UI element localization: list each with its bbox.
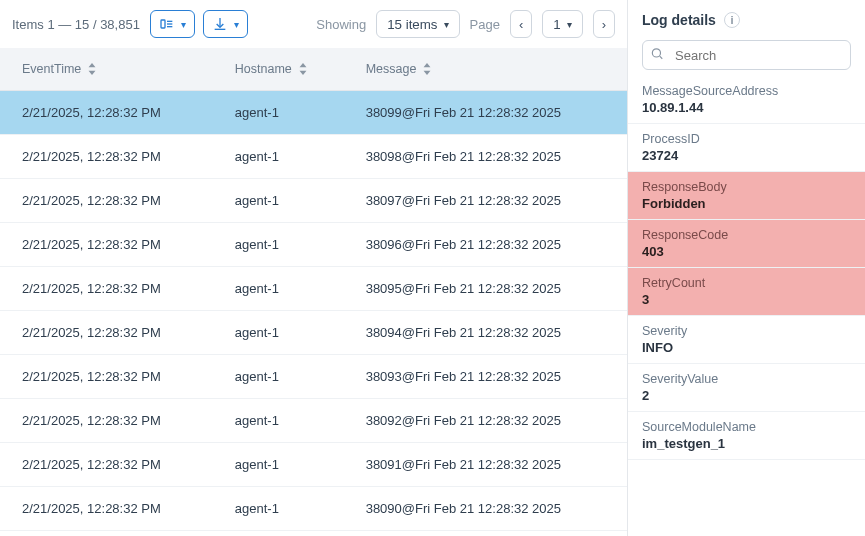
detail-field-value: 3 xyxy=(642,292,851,307)
view-mode-button[interactable]: ▾ xyxy=(150,10,195,38)
download-icon xyxy=(212,16,228,32)
detail-field-key: SeverityValue xyxy=(642,372,851,386)
column-header-message[interactable]: Message xyxy=(344,48,627,91)
log-details-title: Log details xyxy=(642,12,716,28)
cell-message: 38092@Fri Feb 21 12:28:32 2025 xyxy=(344,399,627,443)
cell-message: 38095@Fri Feb 21 12:28:32 2025 xyxy=(344,267,627,311)
cell-hostname: agent-1 xyxy=(213,487,344,531)
detail-field[interactable]: ResponseBodyForbidden xyxy=(628,172,865,220)
chevron-down-icon: ▾ xyxy=(181,19,186,30)
sort-icon[interactable] xyxy=(422,63,432,75)
detail-field-key: ProcessID xyxy=(642,132,851,146)
cell-message: 38099@Fri Feb 21 12:28:32 2025 xyxy=(344,91,627,135)
cell-message: 38097@Fri Feb 21 12:28:32 2025 xyxy=(344,179,627,223)
svg-line-11 xyxy=(660,56,663,59)
detail-field-key: RetryCount xyxy=(642,276,851,290)
chevron-right-icon: › xyxy=(602,17,606,32)
detail-field[interactable]: ResponseCode403 xyxy=(628,220,865,268)
cell-hostname: agent-1 xyxy=(213,91,344,135)
detail-field-value: 2 xyxy=(642,388,851,403)
cell-hostname: agent-1 xyxy=(213,443,344,487)
cell-event_time: 2/21/2025, 12:28:32 PM xyxy=(0,443,213,487)
log-details-fields[interactable]: MessageSourceAddress10.89.1.44ProcessID2… xyxy=(628,76,865,536)
detail-field-value: 23724 xyxy=(642,148,851,163)
table-row[interactable]: 2/21/2025, 12:28:32 PMagent-138092@Fri F… xyxy=(0,399,627,443)
detail-field[interactable]: SeverityINFO xyxy=(628,316,865,364)
sort-icon[interactable] xyxy=(298,63,308,75)
toolbar: Items 1 — 15 / 38,851 ▾ ▾ xyxy=(0,0,627,48)
table-row[interactable]: 2/21/2025, 12:28:32 PMagent-138097@Fri F… xyxy=(0,179,627,223)
detail-field-value: 10.89.1.44 xyxy=(642,100,851,115)
log-table-head: EventTimeHostnameMessage xyxy=(0,48,627,91)
info-icon[interactable]: i xyxy=(724,12,740,28)
log-details-header: Log details i xyxy=(628,0,865,34)
table-row[interactable]: 2/21/2025, 12:28:32 PMagent-138099@Fri F… xyxy=(0,91,627,135)
detail-field[interactable]: MessageSourceAddress10.89.1.44 xyxy=(628,76,865,124)
cell-hostname: agent-1 xyxy=(213,355,344,399)
detail-field-key: SourceModuleName xyxy=(642,420,851,434)
cell-event_time: 2/21/2025, 12:28:32 PM xyxy=(0,487,213,531)
chevron-down-icon: ▾ xyxy=(444,19,449,30)
svg-marker-6 xyxy=(299,63,306,67)
page-prev-button[interactable]: ‹ xyxy=(510,10,532,38)
column-header-label: EventTime xyxy=(22,62,81,76)
cell-event_time: 2/21/2025, 12:28:32 PM xyxy=(0,311,213,355)
page-number-dropdown[interactable]: 1 ▾ xyxy=(542,10,582,38)
chevron-down-icon: ▾ xyxy=(567,19,572,30)
svg-point-10 xyxy=(652,49,660,57)
toolbar-actions: ▾ ▾ xyxy=(150,10,248,38)
column-header-event_time[interactable]: EventTime xyxy=(0,48,213,91)
cell-event_time: 2/21/2025, 12:28:32 PM xyxy=(0,267,213,311)
log-details-pane: Log details i MessageSourceAddress10.89.… xyxy=(628,0,865,536)
svg-marker-7 xyxy=(299,71,306,75)
detail-field-key: ResponseBody xyxy=(642,180,851,194)
cell-hostname: agent-1 xyxy=(213,179,344,223)
cell-hostname: agent-1 xyxy=(213,267,344,311)
detail-field-key: Severity xyxy=(642,324,851,338)
cell-message: 38096@Fri Feb 21 12:28:32 2025 xyxy=(344,223,627,267)
cell-event_time: 2/21/2025, 12:28:32 PM xyxy=(0,91,213,135)
detail-field[interactable]: SeverityValue2 xyxy=(628,364,865,412)
page-next-button[interactable]: › xyxy=(593,10,615,38)
detail-field-value: INFO xyxy=(642,340,851,355)
cell-event_time: 2/21/2025, 12:28:32 PM xyxy=(0,179,213,223)
svg-marker-9 xyxy=(424,71,431,75)
log-details-search-input[interactable] xyxy=(642,40,851,70)
table-row[interactable]: 2/21/2025, 12:28:32 PMagent-138098@Fri F… xyxy=(0,135,627,179)
log-table-scroll[interactable]: EventTimeHostnameMessage 2/21/2025, 12:2… xyxy=(0,48,627,536)
sort-icon[interactable] xyxy=(87,63,97,75)
page-label: Page xyxy=(470,17,500,32)
cell-event_time: 2/21/2025, 12:28:32 PM xyxy=(0,399,213,443)
page-number-value: 1 xyxy=(553,17,560,32)
column-header-label: Message xyxy=(366,62,417,76)
items-per-page-value: 15 items xyxy=(387,17,437,32)
detail-field[interactable]: SourceModuleNameim_testgen_1 xyxy=(628,412,865,460)
download-button[interactable]: ▾ xyxy=(203,10,248,38)
cell-hostname: agent-1 xyxy=(213,135,344,179)
detail-field-value: 403 xyxy=(642,244,851,259)
detail-field-key: ResponseCode xyxy=(642,228,851,242)
showing-label: Showing xyxy=(316,17,366,32)
detail-field[interactable]: ProcessID23724 xyxy=(628,124,865,172)
cell-message: 38091@Fri Feb 21 12:28:32 2025 xyxy=(344,443,627,487)
cell-hostname: agent-1 xyxy=(213,311,344,355)
svg-rect-0 xyxy=(161,20,165,28)
svg-marker-5 xyxy=(89,71,96,75)
detail-field[interactable]: RetryCount3 xyxy=(628,268,865,316)
table-row[interactable]: 2/21/2025, 12:28:32 PMagent-138091@Fri F… xyxy=(0,443,627,487)
column-layout-icon xyxy=(159,16,175,32)
table-row[interactable]: 2/21/2025, 12:28:32 PMagent-138095@Fri F… xyxy=(0,267,627,311)
table-row[interactable]: 2/21/2025, 12:28:32 PMagent-138093@Fri F… xyxy=(0,355,627,399)
log-table-pane: Items 1 — 15 / 38,851 ▾ ▾ xyxy=(0,0,628,536)
cell-event_time: 2/21/2025, 12:28:32 PM xyxy=(0,135,213,179)
cell-hostname: agent-1 xyxy=(213,223,344,267)
table-row[interactable]: 2/21/2025, 12:28:32 PMagent-138090@Fri F… xyxy=(0,487,627,531)
items-per-page-dropdown[interactable]: 15 items ▾ xyxy=(376,10,459,38)
column-header-hostname[interactable]: Hostname xyxy=(213,48,344,91)
cell-event_time: 2/21/2025, 12:28:32 PM xyxy=(0,223,213,267)
column-header-label: Hostname xyxy=(235,62,292,76)
svg-marker-4 xyxy=(89,63,96,67)
table-row[interactable]: 2/21/2025, 12:28:32 PMagent-138094@Fri F… xyxy=(0,311,627,355)
table-row[interactable]: 2/21/2025, 12:28:32 PMagent-138096@Fri F… xyxy=(0,223,627,267)
items-range: Items 1 — 15 / 38,851 xyxy=(12,17,140,32)
